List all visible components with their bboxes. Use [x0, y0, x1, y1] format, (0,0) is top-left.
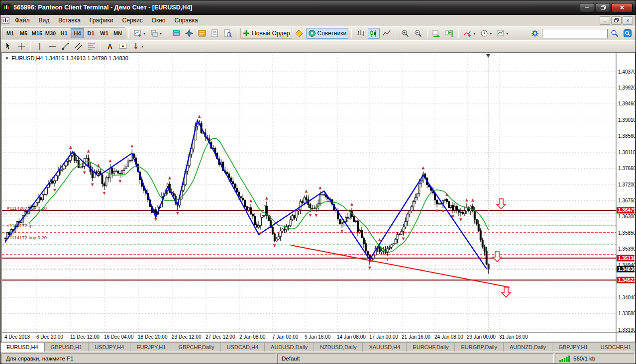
horizontal-line-tool-button[interactable] [47, 41, 59, 52]
svg-text:18 Dec 20:00: 18 Dec 20:00 [138, 334, 168, 340]
svg-text:1.33580: 1.33580 [618, 311, 635, 316]
menu-Вставка[interactable]: Вставка [54, 15, 85, 25]
cursor-tool-button[interactable] [2, 41, 14, 52]
toolbar-search-input[interactable] [542, 29, 608, 38]
chart-tab-GBPUSD,H1[interactable]: GBPUSD,H1 [45, 343, 89, 352]
auto-scroll-button[interactable] [430, 28, 442, 39]
chart-header: ▼ EURUSD,H4 1.34816 1.34913 1.34798 1.34… [5, 55, 128, 61]
child-minimize-button[interactable]: – [600, 16, 610, 25]
chart-grid [2, 54, 616, 333]
settings-button[interactable] [529, 28, 541, 39]
chart-tab-USDCAD,H4[interactable]: USDCAD,H4 [221, 343, 265, 352]
data-window-button[interactable] [209, 28, 221, 39]
profiles-button[interactable]: ▾ [148, 28, 164, 39]
fractal-arrows [53, 115, 474, 270]
text-tool-button[interactable]: A [104, 41, 116, 52]
menu-Сервис[interactable]: Сервис [118, 15, 147, 25]
arrows-tool-button[interactable]: ▾ [130, 41, 145, 52]
signal-arrows [493, 199, 511, 297]
text-label-tool-button[interactable] [117, 41, 129, 52]
channel-tool-button[interactable] [73, 41, 85, 52]
price-axis[interactable]: 1.403701.399201.394601.390101.385601.381… [616, 53, 635, 342]
new-order-button[interactable]: Новый Ордер [240, 28, 292, 39]
timeframe-H4-button[interactable]: H4 [71, 28, 84, 38]
window-restore-button[interactable] [596, 3, 610, 12]
chart-window-icon [1, 16, 9, 24]
market-watch-button[interactable] [170, 28, 182, 39]
chart-tab-AUDNZD,Daily[interactable]: AUDNZD,Daily [504, 343, 552, 352]
vertical-line-tool-button[interactable] [34, 41, 46, 52]
text-label-icon [119, 42, 127, 50]
chart-canvas[interactable]: #1114287 buy 0.20#1114172 tp#1114172 buy… [2, 53, 635, 342]
svg-text:1.39920: 1.39920 [618, 85, 635, 91]
chart-tab-NZDUSD,Daily[interactable]: NZDUSD,Daily [314, 343, 363, 352]
chart-tab-USDCHF,H1[interactable]: USDCHF,H1 [594, 343, 636, 352]
child-restore-icon [614, 18, 619, 22]
chart-shift-button[interactable] [443, 28, 455, 39]
toolbar-separator [167, 28, 167, 38]
chart-tab-XAUUSD,H4[interactable]: XAUUSD,H4 [363, 343, 407, 352]
chart-tab-GBPCHF,Daily[interactable]: GBPCHF,Daily [172, 343, 220, 352]
crosshair-tool-button[interactable] [15, 41, 27, 52]
svg-text:17 Jan 00:00: 17 Jan 00:00 [369, 334, 398, 340]
zoom-out-icon [414, 29, 422, 37]
timeframe-D1-button[interactable]: D1 [84, 28, 98, 38]
chart-tab-EURCHF,Daily[interactable]: EURCHF,Daily [407, 343, 455, 352]
price-chart[interactable]: ▼ EURUSD,H4 1.34816 1.34913 1.34798 1.34… [1, 52, 636, 342]
chart-tab-EURGBP,Daily[interactable]: EURGBP,Daily [455, 343, 504, 352]
timeframe-M15-button[interactable]: M15 [30, 28, 44, 38]
menu-Графики[interactable]: Графики [85, 15, 118, 25]
help-search-button[interactable] [622, 28, 634, 39]
menu-Справка[interactable]: Справка [170, 15, 203, 25]
timeframe-W1-button[interactable]: W1 [98, 28, 111, 38]
periods-button[interactable]: ▾ [478, 28, 494, 39]
menu-Вид[interactable]: Вид [34, 15, 54, 25]
chart-tab-EURUSD,H4[interactable]: EURUSD,H4 [0, 343, 45, 352]
clock-icon [480, 29, 488, 37]
svg-text:1.33130: 1.33130 [618, 327, 635, 333]
timeframe-M1-button[interactable]: M1 [3, 28, 17, 38]
svg-text:1.36750: 1.36750 [618, 198, 635, 203]
line-chart-button[interactable] [381, 28, 393, 39]
svg-text:6 Dec 20:00: 6 Dec 20:00 [36, 334, 63, 340]
navigator-button[interactable] [183, 28, 195, 39]
navigator-icon [185, 29, 193, 37]
terminal-button[interactable] [196, 28, 208, 39]
timeframe-H1-button[interactable]: H1 [57, 28, 71, 38]
chart-tab-EURJPY,H1[interactable]: EURJPY,H1 [130, 343, 172, 352]
zoom-out-button[interactable] [412, 28, 424, 39]
status-help-text: Для справки, нажмите F1 [6, 356, 74, 362]
dropdown-caret-icon: ▾ [490, 31, 492, 36]
timeframe-M5-button[interactable]: M5 [17, 28, 30, 38]
new-chart-icon [134, 29, 142, 37]
bars-chart-button[interactable] [355, 28, 367, 39]
metaeditor-button[interactable] [293, 28, 305, 39]
indicators-button[interactable]: ▾ [462, 28, 477, 39]
menu-Окно[interactable]: Окно [147, 15, 170, 25]
advisors-button[interactable]: Советники [306, 28, 349, 39]
chart-tab-AUDUSD,Daily[interactable]: AUDUSD,Daily [265, 343, 314, 352]
chart-tab-USDJPY,H4[interactable]: USDJPY,H4 [89, 343, 130, 352]
search-button[interactable] [609, 28, 621, 39]
strategy-tester-button[interactable] [222, 28, 234, 39]
zoom-in-button[interactable] [399, 28, 411, 39]
svg-text:2 Jan 08:00: 2 Jan 08:00 [239, 334, 266, 340]
menu-Файл[interactable]: Файл [10, 15, 34, 25]
timeframe-M30-button[interactable]: M30 [44, 28, 57, 38]
templates-button[interactable]: ▾ [495, 28, 510, 39]
candlestick-chart-button[interactable] [368, 28, 380, 39]
status-profile[interactable]: Default [282, 356, 300, 362]
window-minimize-button[interactable]: – [580, 3, 594, 12]
templates-icon [497, 29, 505, 37]
svg-text:31 Jan 16:00: 31 Jan 16:00 [499, 334, 528, 340]
child-restore-button[interactable] [611, 16, 622, 25]
timeframe-MN-button[interactable]: MN [111, 28, 124, 38]
dropdown-caret-icon: ▾ [160, 31, 162, 36]
fibonacci-tool-button[interactable] [86, 41, 98, 52]
new-chart-button[interactable]: ▾ [132, 28, 147, 39]
chart-tab-GBPJPY,H1[interactable]: GBPJPY,H1 [552, 343, 594, 352]
trendline-tool-button[interactable] [60, 41, 72, 52]
child-close-button[interactable]: × [623, 16, 633, 25]
window-close-button[interactable]: × [612, 3, 633, 12]
time-axis[interactable]: 4 Dec 20136 Dec 20:0011 Dec 12:0016 Dec … [2, 333, 635, 340]
